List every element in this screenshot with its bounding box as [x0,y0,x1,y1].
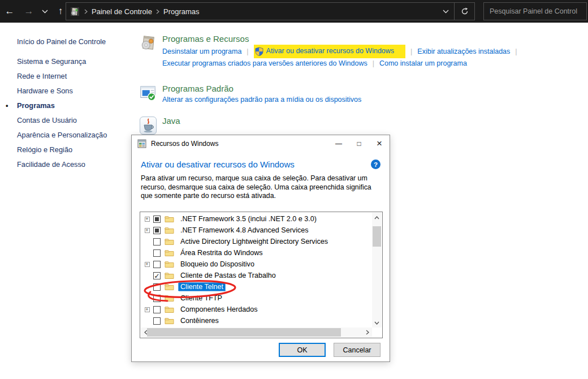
cancel-button[interactable]: Cancelar [334,343,381,357]
feature-checkbox[interactable] [153,283,161,291]
folder-icon [165,294,174,302]
expander-icon[interactable]: + [142,217,152,222]
dialog-titlebar[interactable]: Recursos do Windows — □ × [132,135,390,152]
control-panel-icon [70,7,80,16]
address-dropdown-chevron-icon[interactable] [437,10,454,14]
forward-button[interactable]: → [19,6,38,17]
feature-checkbox[interactable]: ✓ [153,272,161,279]
feature-row[interactable]: +Bloqueio do Dispositivo [141,259,372,270]
feature-checkbox[interactable] [153,261,161,268]
close-icon[interactable]: × [369,135,390,152]
vertical-scroll-thumb[interactable] [373,226,381,247]
feature-checkbox[interactable] [153,249,161,257]
feature-checkbox[interactable] [153,227,161,234]
section-programas-padrao: Programas Padrão Alterar as configuraçõe… [140,83,586,105]
uac-shield-icon [255,47,263,56]
programs-and-features-icon [140,35,157,69]
task-link[interactable]: Desinstalar um programa [162,46,241,57]
expander-icon[interactable]: + [142,228,152,233]
yellow-highlight-annotation: Ativar ou desativar recursos do Windows [254,45,405,58]
task-link[interactable]: Executar programas criados para versões … [162,58,368,69]
feature-checkbox[interactable] [153,238,161,246]
section-programas-e-recursos: Programas e Recursos Desinstalar um prog… [140,33,586,69]
feature-checkbox[interactable] [153,306,161,313]
folder-icon [165,238,174,246]
sidebar-item-in-cio-do-painel-de-controle[interactable]: Início do Painel de Controle [0,35,130,49]
feature-row[interactable]: Contêineres [141,315,372,326]
sidebar-item-rel-gio-e-regi-o[interactable]: Relógio e Região [0,143,130,157]
java-icon [140,117,157,135]
windows-features-icon [137,139,146,148]
feature-row[interactable]: Área Restrita do Windows [141,247,372,259]
folder-icon [165,283,174,291]
horizontal-scroll-thumb[interactable] [147,328,341,337]
section-title[interactable]: Programas Padrão [162,83,361,94]
feature-checkbox[interactable] [153,216,161,223]
sidebar-item-sistema-e-seguran-a[interactable]: Sistema e Segurança [0,54,130,69]
sidebar-item-label: Hardware e Sons [17,87,73,95]
expander-icon[interactable]: + [142,262,152,267]
sidebar-item-label: Aparência e Personalização [17,131,107,139]
task-link-row: Desinstalar um programa|Ativar ou desati… [162,45,522,58]
feature-row[interactable]: +.NET Framework 4.8 Advanced Services [141,225,372,236]
scroll-right-icon[interactable] [362,328,372,337]
folder-icon [165,249,174,257]
feature-row[interactable]: +Componentes Herdados [141,304,372,315]
navigation-bar: ← → ↑ Painel de Controle Programas [0,0,588,23]
refresh-icon[interactable] [454,3,474,20]
link-separator: | [373,58,374,69]
task-link[interactable]: Exibir atualizações instaladas [417,46,510,57]
task-links: Desinstalar um programa|Ativar ou desati… [162,45,522,69]
sidebar-item-contas-de-usu-rio[interactable]: Contas de Usuário [0,113,130,128]
plus-box-icon[interactable]: + [145,307,150,312]
feature-row[interactable]: Cliente Telnet [141,281,372,292]
back-button[interactable]: ← [0,6,19,17]
plus-box-icon[interactable]: + [145,228,150,233]
maximize-button[interactable]: □ [349,135,369,152]
feature-row[interactable]: +.NET Framework 3.5 (inclui .NET 2.0 e 3… [141,213,372,225]
search-box[interactable] [483,2,587,20]
task-link-row: Executar programas criados para versões … [162,58,522,69]
feature-checkbox[interactable] [153,295,161,302]
features-rows: +.NET Framework 3.5 (inclui .NET 2.0 e 3… [141,213,372,328]
breadcrumb-chevron-icon [84,9,88,14]
help-icon[interactable]: ? [371,160,381,169]
feature-row[interactable]: ✓Cliente de Pastas de Trabalho [141,270,372,281]
sidebar-item-label: Sistema e Segurança [17,57,86,66]
section-title[interactable]: Java [162,115,180,127]
features-listbox: +.NET Framework 3.5 (inclui .NET 2.0 e 3… [140,212,383,338]
task-link[interactable]: Ativar ou desativar recursos do Windows [266,46,394,57]
link-separator: | [410,46,412,57]
breadcrumb-programas[interactable]: Programas [161,7,202,16]
task-link[interactable]: Alterar as configurações padrão para a m… [162,94,361,105]
sidebar-item-hardware-e-sons[interactable]: Hardware e Sons [0,84,130,98]
vertical-scrollbar[interactable] [372,213,382,328]
sidebar-item-programas[interactable]: •Programas [0,98,130,113]
sidebar: Início do Painel de ControleSistema e Se… [0,23,130,379]
feature-checkbox[interactable] [153,317,161,325]
horizontal-scrollbar[interactable] [141,328,372,337]
feature-row[interactable]: Cliente TFTP [141,292,372,304]
minimize-button[interactable]: — [328,135,349,152]
sidebar-item-rede-e-internet[interactable]: Rede e Internet [0,69,130,84]
feature-label: Active Directory Lightweight Directory S… [178,237,330,246]
active-bullet-icon: • [6,98,8,113]
scroll-up-icon[interactable] [372,213,382,222]
sidebar-item-apar-ncia-e-personaliza-o[interactable]: Aparência e Personalização [0,128,130,143]
plus-box-icon[interactable]: + [145,262,150,267]
feature-label: Cliente TFTP [178,294,224,303]
address-bar[interactable]: Painel de Controle Programas [66,2,475,20]
expander-icon[interactable]: + [142,307,152,312]
feature-label: .NET Framework 4.8 Advanced Services [178,226,311,235]
sidebar-item-facilidade-de-acesso[interactable]: Facilidade de Acesso [0,157,130,172]
feature-row[interactable]: Active Directory Lightweight Directory S… [141,236,372,247]
recent-pages-chevron-icon[interactable] [38,10,51,14]
task-link[interactable]: Como instalar um programa [379,58,467,69]
sidebar-item-label: Programas [17,101,55,110]
ok-button[interactable]: OK [279,343,326,357]
search-input[interactable] [484,7,577,15]
plus-box-icon[interactable]: + [145,217,150,222]
breadcrumb-control-panel[interactable]: Painel de Controle [89,7,154,16]
scroll-down-icon[interactable] [372,318,382,328]
section-title[interactable]: Programas e Recursos [162,33,522,45]
